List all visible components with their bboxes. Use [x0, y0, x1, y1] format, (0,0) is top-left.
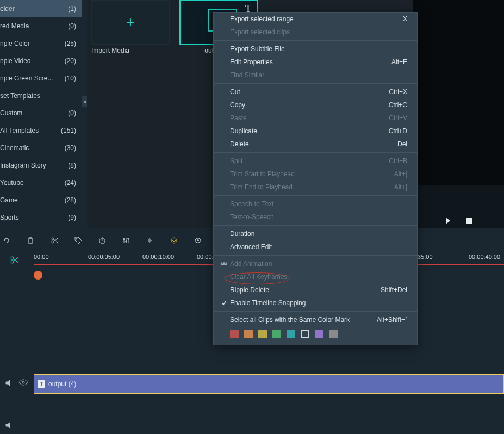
sidebar-item-label: nple Video	[0, 57, 31, 65]
split-scissors-icon[interactable]	[49, 235, 60, 246]
sidebar-item-count: (25)	[65, 40, 76, 47]
context-menu-item[interactable]: CopyCtrl+C	[214, 98, 417, 111]
tag-icon[interactable]	[73, 235, 84, 246]
keyframe-icon[interactable]	[169, 235, 179, 246]
sidebar-item[interactable]: red Media(0)	[0, 17, 82, 35]
context-menu-shortcut: Alt+Shift+`	[377, 316, 407, 324]
track-visibility-icon[interactable]	[18, 379, 28, 388]
play-icon[interactable]	[446, 218, 450, 224]
adjust-icon[interactable]	[121, 235, 132, 246]
record-icon[interactable]	[192, 235, 203, 246]
context-menu-item[interactable]: Select all Clips with the Same Color Mar…	[214, 313, 417, 326]
context-menu-label: Copy	[230, 101, 389, 109]
sidebar: older(1)red Media(0)nple Color(25)nple V…	[0, 0, 82, 228]
context-menu-item: Trim End to PlayheadAlt+]	[214, 181, 417, 194]
sidebar-item-count: (8)	[68, 162, 76, 169]
context-menu-shortcut: Shift+Del	[381, 286, 407, 294]
context-menu-label: Export selected range	[230, 15, 403, 23]
context-menu-item[interactable]: DuplicateCtrl+D	[214, 125, 417, 138]
context-menu-item[interactable]: Duration	[214, 227, 417, 240]
sidebar-item[interactable]: Sports(9)	[0, 209, 82, 226]
sidebar-item-label: red Media	[0, 22, 29, 30]
context-menu-separator	[214, 195, 417, 196]
audio-track-mute-icon[interactable]	[4, 421, 13, 432]
speed-icon[interactable]	[97, 235, 108, 246]
context-menu-item[interactable]: Enable Timeline Snapping	[214, 296, 417, 309]
color-swatch[interactable]	[272, 330, 281, 338]
ruler-tick: 00:00:05:00	[88, 253, 120, 260]
color-swatch[interactable]	[329, 330, 338, 338]
ruler-tick: 00:00:10:00	[142, 253, 174, 260]
context-menu-item[interactable]: CutCtrl+X	[214, 85, 417, 98]
context-menu-label: Export selected clips	[230, 28, 407, 36]
context-menu-shortcut: Ctrl+V	[389, 114, 407, 122]
sidebar-item[interactable]: Instagram Story(8)	[0, 157, 82, 174]
context-menu-item[interactable]: DeleteDel	[214, 138, 417, 151]
context-menu-label: Select all Clips with the Same Color Mar…	[230, 316, 377, 324]
panel-collapse-handle[interactable]: ◂	[82, 96, 87, 107]
context-menu-item[interactable]: Export Subtitle File	[214, 42, 417, 55]
color-mark-row	[214, 326, 417, 345]
sidebar-item-label: Youtube	[0, 179, 24, 187]
color-swatch[interactable]	[258, 330, 267, 338]
track-mute-icon[interactable]	[4, 379, 13, 389]
sidebar-item-count: (30)	[65, 144, 76, 152]
context-menu-item: SplitCtrl+B	[214, 154, 417, 168]
sidebar-item[interactable]: Youtube(24)	[0, 174, 82, 191]
sidebar-item-label: All Templates	[0, 127, 39, 134]
timeline-split-icon[interactable]	[8, 253, 21, 266]
stop-icon[interactable]	[466, 218, 472, 224]
sidebar-item-label: Custom	[0, 109, 22, 117]
playhead-handle[interactable]	[34, 271, 42, 280]
sidebar-item[interactable]: Cinematic(30)	[0, 139, 82, 157]
title-track-clip[interactable]: T output (4)	[34, 374, 504, 394]
audio-wave-icon[interactable]	[145, 235, 155, 246]
context-menu-label: Text-to-Speech	[230, 213, 407, 221]
import-media-thumb[interactable]: +	[91, 0, 170, 45]
context-menu-label: Enable Timeline Snapping	[230, 299, 407, 307]
context-menu-label: Clear All Keyframes	[230, 273, 407, 281]
context-menu-label: Speech-to-Text	[230, 200, 407, 208]
sidebar-item[interactable]: nple Green Scre...(10)	[0, 70, 82, 87]
context-menu-shortcut: Alt+[	[394, 170, 407, 178]
context-menu-item[interactable]: Ripple DeleteShift+Del	[214, 283, 417, 296]
sidebar-item[interactable]: Custom(0)	[0, 104, 82, 122]
sidebar-item-count: (10)	[65, 75, 76, 82]
context-menu-item[interactable]: Advanced Edit	[214, 240, 417, 253]
context-menu-item[interactable]: Edit PropertiesAlt+E	[214, 55, 417, 69]
sidebar-item[interactable]: older(1)	[0, 0, 82, 17]
undo-icon[interactable]	[1, 235, 12, 246]
context-menu-separator	[214, 40, 417, 41]
context-menu-label: Delete	[230, 140, 397, 148]
sidebar-item-count: (151)	[61, 127, 76, 134]
sidebar-item[interactable]: nple Video(20)	[0, 52, 82, 70]
ruler-tick: 35:00	[418, 253, 433, 260]
color-swatch[interactable]	[301, 330, 309, 338]
sidebar-item-label: Instagram Story	[0, 162, 46, 169]
sidebar-item[interactable]: All Templates(151)	[0, 122, 82, 139]
context-menu-item[interactable]: Export selected rangeX	[214, 13, 417, 26]
color-swatch[interactable]	[287, 330, 295, 338]
sidebar-item-count: (0)	[68, 109, 76, 117]
svg-point-0	[52, 238, 54, 240]
color-swatch[interactable]	[230, 330, 239, 338]
sidebar-item-label: set Templates	[0, 92, 40, 100]
context-menu-label: Duration	[230, 230, 407, 238]
sidebar-item-label: nple Green Scre...	[0, 75, 53, 82]
context-menu-label: Edit Properties	[230, 58, 391, 66]
svg-point-12	[22, 381, 24, 383]
context-menu-separator	[214, 255, 417, 256]
color-swatch[interactable]	[244, 330, 253, 338]
context-menu-separator	[214, 311, 417, 312]
title-clip-label: output (4)	[48, 380, 76, 388]
delete-icon[interactable]	[25, 235, 36, 246]
context-menu-item: Speech-to-Text	[214, 197, 417, 210]
sidebar-item[interactable]: nple Color(25)	[0, 35, 82, 52]
sidebar-item[interactable]: set Templates	[0, 87, 82, 104]
svg-point-5	[126, 240, 127, 242]
sidebar-item-label: Cinematic	[0, 144, 29, 152]
color-swatch[interactable]	[315, 330, 323, 338]
context-menu-item: Add Animation	[214, 257, 417, 270]
sidebar-item[interactable]: Game(28)	[0, 191, 82, 209]
sidebar-item-label: nple Color	[0, 40, 30, 47]
